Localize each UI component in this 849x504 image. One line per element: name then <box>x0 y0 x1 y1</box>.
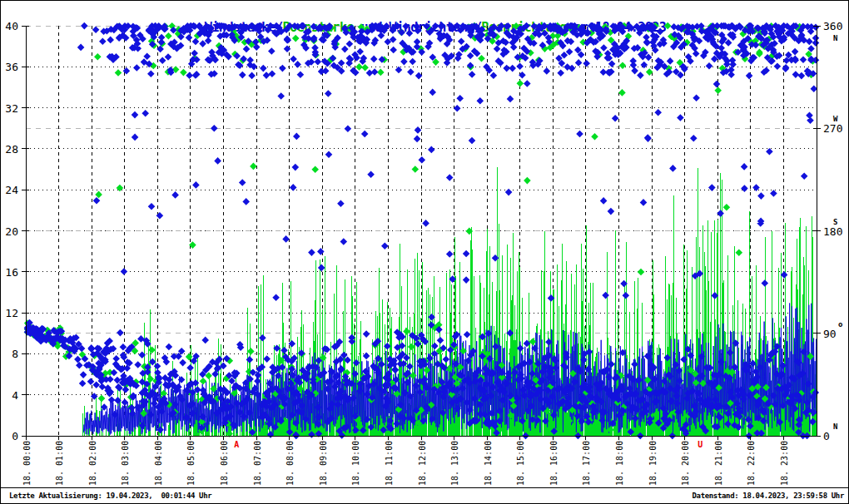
svg-text:18. 00:00: 18. 00:00 <box>22 441 32 486</box>
svg-text:12: 12 <box>5 307 18 319</box>
svg-text:18. 12:00: 18. 12:00 <box>418 441 427 486</box>
svg-text:180: 180 <box>823 225 842 238</box>
svg-text:18. 21:00: 18. 21:00 <box>714 441 723 486</box>
svg-text:18. 10:00: 18. 10:00 <box>351 441 360 486</box>
svg-text:18. 11:00: 18. 11:00 <box>385 441 394 486</box>
svg-text:18. 06:00: 18. 06:00 <box>220 441 229 486</box>
svg-text:18. 16:00: 18. 16:00 <box>549 441 559 486</box>
svg-text:8: 8 <box>12 348 18 360</box>
wind-chart-figure: Windstarke/Boenstarke und Windrichtung/B… <box>0 0 849 504</box>
svg-text:18. 05:00: 18. 05:00 <box>186 441 196 486</box>
y-right-tick-labels: 360270180900 <box>823 20 842 442</box>
svg-text:18. 13:00: 18. 13:00 <box>450 441 459 486</box>
svg-text:18. 02:00: 18. 02:00 <box>88 441 97 486</box>
svg-text:360: 360 <box>823 20 842 32</box>
svg-text:270: 270 <box>823 122 842 135</box>
svg-text:18. 01:00: 18. 01:00 <box>55 441 64 486</box>
svg-text:36: 36 <box>5 61 18 73</box>
svg-text:0: 0 <box>12 430 18 442</box>
svg-text:20: 20 <box>5 225 18 238</box>
svg-text:18. 15:00: 18. 15:00 <box>516 441 525 486</box>
svg-text:W: W <box>833 115 838 123</box>
svg-text:18. 19:00: 18. 19:00 <box>648 441 658 486</box>
y-left-tick-labels: 4036322824201612840 <box>5 20 18 442</box>
svg-text:90: 90 <box>823 328 837 340</box>
svg-text:0: 0 <box>823 430 830 442</box>
svg-text:18. 22:00: 18. 22:00 <box>747 441 756 486</box>
svg-text:A: A <box>234 440 239 449</box>
svg-text:18. 23:00: 18. 23:00 <box>780 441 789 486</box>
svg-text:18. 18:00: 18. 18:00 <box>615 441 624 486</box>
svg-text:24: 24 <box>5 184 18 196</box>
svg-text:18. 14:00: 18. 14:00 <box>484 441 493 486</box>
svg-text:18. 09:00: 18. 09:00 <box>319 441 328 486</box>
svg-text:18. 04:00: 18. 04:00 <box>154 441 163 486</box>
svg-text:18. 17:00: 18. 17:00 <box>582 441 591 486</box>
x-tick-labels: 18. 00:0018. 01:0018. 02:0018. 03:0018. … <box>22 441 789 486</box>
svg-text:S: S <box>833 218 837 226</box>
svg-text:18. 08:00: 18. 08:00 <box>285 441 295 486</box>
svg-text:28: 28 <box>5 143 18 156</box>
svg-text:N: N <box>833 422 837 431</box>
svg-text:o: o <box>838 320 842 329</box>
status-bar: Letzte Aktualisierung: 19.04.2023, 00:01… <box>1 487 848 503</box>
svg-text:N: N <box>833 34 837 42</box>
wind-direction-speed-chart: 4036322824201612840360270180900NWSoN18. … <box>1 1 849 504</box>
svg-text:40: 40 <box>5 20 18 32</box>
svg-text:4: 4 <box>12 389 18 402</box>
svg-text:U: U <box>698 440 703 449</box>
data-state-text: Datenstand: 18.04.2023, 23:59:58 Uhr <box>693 492 844 500</box>
last-update-text: Letzte Aktualisierung: 19.04.2023, 00:01… <box>9 492 211 500</box>
svg-text:16: 16 <box>5 266 18 279</box>
svg-text:18. 03:00: 18. 03:00 <box>121 441 130 486</box>
sun-markers: AU <box>234 440 703 449</box>
svg-text:32: 32 <box>5 102 18 115</box>
svg-text:18. 20:00: 18. 20:00 <box>681 441 690 486</box>
svg-text:18. 07:00: 18. 07:00 <box>253 441 262 486</box>
